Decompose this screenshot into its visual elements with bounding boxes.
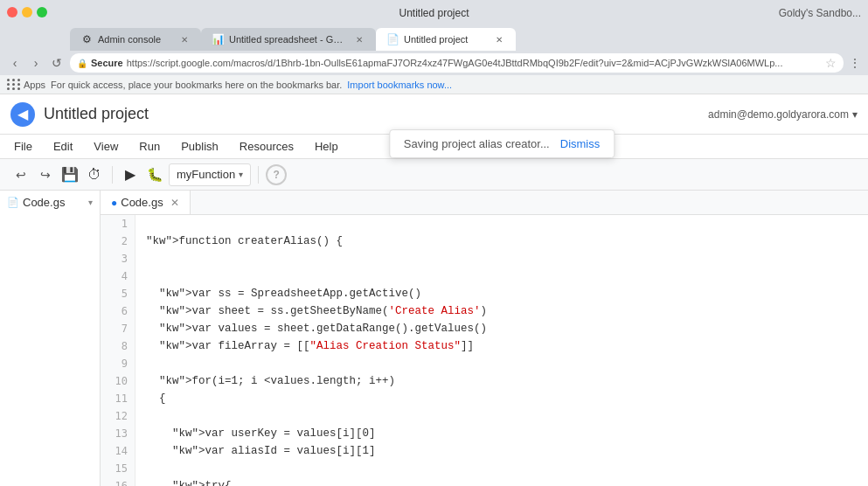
- function-dropdown-arrow: ▾: [239, 170, 243, 179]
- redo-button[interactable]: ↪: [35, 164, 56, 185]
- minimize-window-control[interactable]: [22, 7, 32, 17]
- apps-label: Apps: [24, 80, 45, 90]
- code-line[interactable]: [146, 407, 868, 425]
- code-line[interactable]: "kw">var sheet = ss.getSheetByName('Crea…: [146, 302, 868, 320]
- hint-button[interactable]: ?: [266, 164, 287, 185]
- bookmark-hint: For quick access, place your bookmarks h…: [51, 80, 342, 90]
- line-number: 6: [101, 302, 135, 320]
- extensions-btn[interactable]: ⋮: [849, 56, 861, 70]
- close-window-control[interactable]: [7, 7, 17, 17]
- code-line[interactable]: "kw">var userKey = values[i][0]: [146, 425, 868, 442]
- code-line[interactable]: [146, 250, 868, 267]
- project-title: Untitled project: [44, 105, 708, 123]
- user-dropdown-icon[interactable]: ▾: [852, 108, 858, 121]
- line-number: 4: [101, 267, 135, 285]
- bookmarks-bar: Apps For quick access, place your bookma…: [0, 75, 868, 94]
- toast-dismiss-button[interactable]: Dismiss: [560, 137, 601, 150]
- back-arrow-icon: ◀: [17, 106, 28, 122]
- editor-tab-code-gs[interactable]: ● Code.gs ✕: [101, 191, 191, 214]
- admin-tab-label: Admin console: [98, 34, 173, 45]
- address-text: https://script.google.com/macros/d/1Bhrb…: [127, 58, 822, 68]
- code-line[interactable]: "kw">var fileArray = [["Alias Creation S…: [146, 337, 868, 355]
- title-bar: Untitled project Goldy's Sandbo...: [0, 0, 868, 26]
- spreadsheet-tab-close[interactable]: ✕: [353, 33, 365, 45]
- file-icon: 📄: [7, 197, 19, 208]
- code-line[interactable]: {: [146, 390, 868, 407]
- toolbar: ↩ ↪ 💾 ⏱ ▶ 🐛 myFunction ▾ ?: [0, 159, 868, 191]
- history-button[interactable]: ⏱: [84, 164, 105, 185]
- debug-button[interactable]: 🐛: [144, 164, 165, 185]
- tab-bar: ⚙ Admin console ✕ 📊 Untitled spreadsheet…: [0, 26, 868, 51]
- editor-tabs: ● Code.gs ✕: [101, 191, 868, 215]
- project-tab-close[interactable]: ✕: [493, 33, 505, 45]
- line-number: 12: [101, 407, 135, 425]
- menu-edit[interactable]: Edit: [50, 138, 76, 155]
- line-number: 7: [101, 320, 135, 337]
- run-button[interactable]: ▶: [120, 164, 141, 185]
- code-line[interactable]: "kw">function createrAlias() {: [146, 233, 868, 250]
- code-line[interactable]: [146, 355, 868, 372]
- line-number: 5: [101, 285, 135, 302]
- menu-file[interactable]: File: [10, 138, 36, 155]
- function-name: myFunction: [177, 168, 235, 181]
- line-number: 8: [101, 337, 135, 355]
- forward-btn[interactable]: ›: [28, 55, 44, 71]
- undo-button[interactable]: ↩: [10, 164, 31, 185]
- line-number: 9: [101, 355, 135, 372]
- tab-spreadsheet[interactable]: 📊 Untitled spreadsheet - Google... ✕: [201, 28, 376, 51]
- sidebar: 📄 Code.gs ▾: [0, 191, 101, 486]
- refresh-btn[interactable]: ↺: [49, 55, 65, 71]
- code-content[interactable]: "kw">function createrAlias() { "kw">var …: [135, 215, 868, 486]
- project-tab-label: Untitled project: [404, 34, 488, 45]
- editor-tab-name: Code.gs: [121, 196, 163, 209]
- sidebar-file-name: Code.gs: [23, 196, 65, 209]
- maximize-window-control[interactable]: [37, 7, 47, 17]
- menu-view[interactable]: View: [90, 138, 122, 155]
- user-info: admin@demo.goldyarora.com ▾: [708, 108, 858, 121]
- star-icon[interactable]: ☆: [825, 56, 837, 70]
- code-line[interactable]: "kw">try{: [146, 477, 868, 486]
- import-bookmarks-link[interactable]: Import bookmarks now...: [347, 80, 452, 90]
- function-dropdown[interactable]: myFunction ▾: [169, 163, 251, 186]
- line-number: 11: [101, 390, 135, 407]
- code-line[interactable]: "kw">var values = sheet.getDataRange().g…: [146, 320, 868, 337]
- line-number: 1: [101, 215, 135, 233]
- admin-tab-close[interactable]: ✕: [178, 33, 191, 45]
- spreadsheet-tab-icon: 📊: [212, 33, 224, 45]
- menu-help[interactable]: Help: [311, 138, 342, 155]
- line-number: 3: [101, 250, 135, 267]
- address-bar[interactable]: 🔒 Secure https://script.google.com/macro…: [70, 53, 844, 73]
- tab-project[interactable]: 📄 Untitled project ✕: [376, 28, 516, 51]
- menu-run[interactable]: Run: [135, 138, 163, 155]
- admin-tab-icon: ⚙: [80, 33, 93, 45]
- editor-tab-close[interactable]: ✕: [170, 197, 179, 209]
- menu-publish[interactable]: Publish: [177, 138, 222, 155]
- lock-icon: 🔒: [77, 59, 87, 68]
- sidebar-file-dropdown[interactable]: ▾: [88, 198, 93, 207]
- line-number: 2: [101, 233, 135, 250]
- window-title: Untitled project: [399, 7, 469, 19]
- tab-admin[interactable]: ⚙ Admin console ✕: [70, 28, 201, 51]
- line-number: 10: [101, 372, 135, 390]
- toolbar-separator-2: [258, 166, 259, 184]
- code-line[interactable]: [146, 460, 868, 477]
- code-area: 1234567891011121314151617181920212223242…: [101, 215, 868, 486]
- sidebar-file-code-gs[interactable]: 📄 Code.gs ▾: [0, 191, 100, 214]
- code-line[interactable]: "kw">var ss = SpreadsheetApp.getActive(): [146, 285, 868, 302]
- apps-button[interactable]: Apps: [7, 79, 45, 90]
- save-button[interactable]: 💾: [59, 164, 80, 185]
- code-line[interactable]: [146, 215, 868, 233]
- line-number: 16: [101, 477, 135, 486]
- line-number: 14: [101, 442, 135, 460]
- code-line[interactable]: [146, 267, 868, 285]
- project-tab-icon: 📄: [386, 33, 399, 45]
- menu-resources[interactable]: Resources: [236, 138, 297, 155]
- spreadsheet-tab-label: Untitled spreadsheet - Google...: [229, 34, 348, 45]
- toast-message: Saving project alias creator...: [404, 137, 550, 150]
- back-btn[interactable]: ‹: [7, 55, 23, 71]
- code-line[interactable]: "kw">for(i=1; i <values.length; i++): [146, 372, 868, 390]
- back-to-sheets-button[interactable]: ◀: [10, 102, 35, 127]
- line-number: 15: [101, 460, 135, 477]
- code-line[interactable]: "kw">var aliasId = values[i][1]: [146, 442, 868, 460]
- apps-grid-icon: [7, 79, 21, 90]
